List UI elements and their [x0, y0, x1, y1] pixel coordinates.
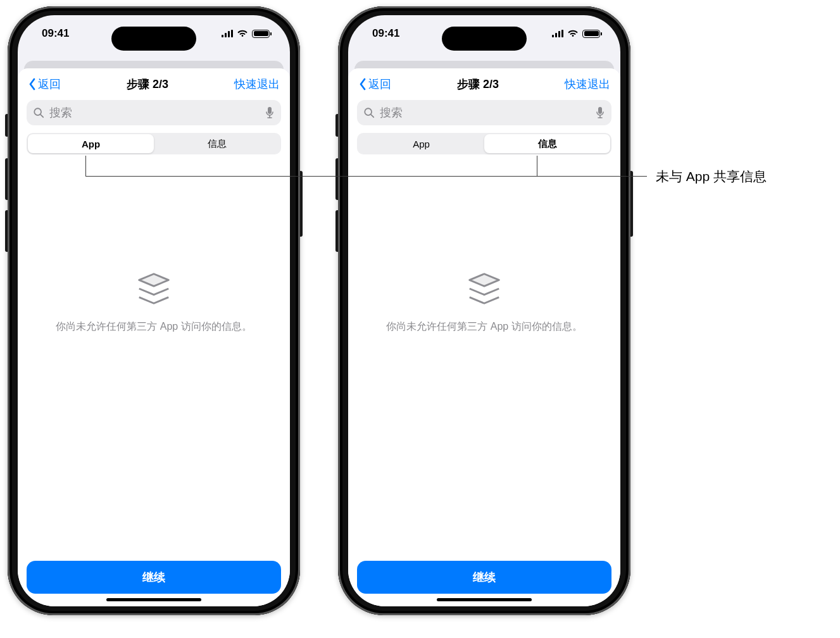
- callout-line: [85, 156, 86, 176]
- continue-button[interactable]: 继续: [357, 561, 611, 594]
- empty-message: 你尚未允许任何第三方 App 访问你的信息。: [37, 320, 270, 334]
- battery-icon: [582, 30, 600, 38]
- wifi-icon: [567, 29, 579, 38]
- home-indicator[interactable]: [106, 598, 201, 601]
- stack-icon: [465, 271, 504, 306]
- status-time: 09:41: [42, 27, 69, 40]
- home-indicator[interactable]: [437, 598, 532, 601]
- status-time: 09:41: [372, 27, 399, 40]
- sheet: 返回 步骤 2/3 快速退出 搜索: [18, 68, 290, 606]
- status-bar: 09:41: [348, 15, 620, 52]
- empty-state: 你尚未允许任何第三方 App 访问你的信息。: [348, 69, 620, 561]
- callout-line: [537, 156, 537, 176]
- status-bar: 09:41: [18, 15, 290, 52]
- empty-message: 你尚未允许任何第三方 App 访问你的信息。: [367, 320, 601, 334]
- callout-label: 未与 App 共享信息: [656, 168, 767, 185]
- battery-icon: [252, 30, 270, 38]
- phone-mockup-right: 09:41: [338, 6, 630, 615]
- sheet: 返回 步骤 2/3 快速退出 搜索: [348, 68, 620, 606]
- empty-state: 你尚未允许任何第三方 App 访问你的信息。: [18, 69, 290, 561]
- continue-button[interactable]: 继续: [27, 561, 281, 594]
- callout-line: [85, 176, 647, 177]
- cellular-icon: [222, 30, 233, 37]
- phone-mockup-left: 09:41: [8, 6, 300, 615]
- wifi-icon: [237, 29, 248, 38]
- stack-icon: [134, 271, 173, 306]
- cellular-icon: [552, 30, 563, 37]
